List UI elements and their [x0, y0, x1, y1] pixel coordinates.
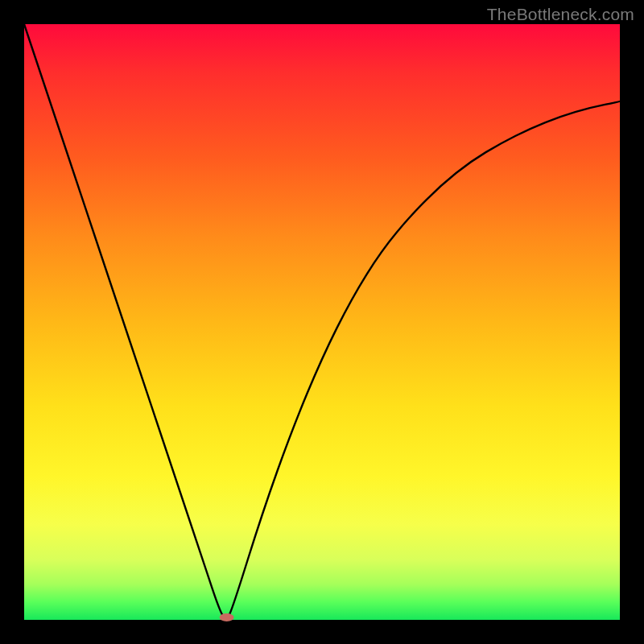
bottleneck-curve: [24, 24, 620, 620]
watermark-text: TheBottleneck.com: [487, 5, 634, 24]
chart-frame: TheBottleneck.com: [0, 0, 644, 644]
minimum-marker: [220, 613, 234, 621]
plot-area: [24, 24, 620, 620]
